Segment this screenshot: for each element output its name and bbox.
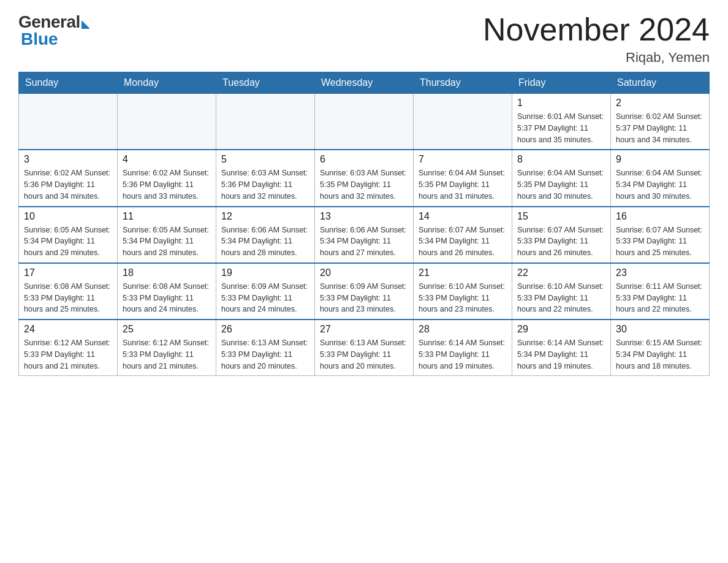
day-info-text: Sunrise: 6:13 AM Sunset: 5:33 PM Dayligh… <box>221 337 309 372</box>
calendar-subtitle: Riqab, Yemen <box>483 50 710 66</box>
day-cell: 26Sunrise: 6:13 AM Sunset: 5:33 PM Dayli… <box>216 320 315 376</box>
day-info-text: Sunrise: 6:12 AM Sunset: 5:33 PM Dayligh… <box>123 337 211 372</box>
day-cell: 1Sunrise: 6:01 AM Sunset: 5:37 PM Daylig… <box>512 94 611 150</box>
day-info-text: Sunrise: 6:13 AM Sunset: 5:33 PM Dayligh… <box>320 337 408 372</box>
day-cell: 14Sunrise: 6:07 AM Sunset: 5:34 PM Dayli… <box>414 207 512 263</box>
day-number: 29 <box>517 324 605 335</box>
day-cell: 15Sunrise: 6:07 AM Sunset: 5:33 PM Dayli… <box>512 207 611 263</box>
day-info-text: Sunrise: 6:11 AM Sunset: 5:33 PM Dayligh… <box>616 281 704 315</box>
day-info-text: Sunrise: 6:09 AM Sunset: 5:33 PM Dayligh… <box>320 281 408 315</box>
day-number: 15 <box>517 211 605 222</box>
calendar-title: November 2024 <box>483 12 710 47</box>
day-info-text: Sunrise: 6:15 AM Sunset: 5:34 PM Dayligh… <box>616 337 704 372</box>
day-number: 22 <box>517 267 605 278</box>
day-cell: 17Sunrise: 6:08 AM Sunset: 5:33 PM Dayli… <box>19 263 118 320</box>
day-number: 3 <box>24 154 112 165</box>
day-cell: 13Sunrise: 6:06 AM Sunset: 5:34 PM Dayli… <box>315 207 414 263</box>
day-cell: 25Sunrise: 6:12 AM Sunset: 5:33 PM Dayli… <box>118 320 216 376</box>
day-info-text: Sunrise: 6:04 AM Sunset: 5:35 PM Dayligh… <box>517 167 605 202</box>
week-row-4: 17Sunrise: 6:08 AM Sunset: 5:33 PM Dayli… <box>19 263 710 320</box>
page-header: General Blue November 2024 Riqab, Yemen <box>18 12 710 66</box>
day-number: 11 <box>123 211 211 222</box>
calendar-header-row: SundayMondayTuesdayWednesdayThursdayFrid… <box>19 72 710 94</box>
day-number: 23 <box>616 267 704 278</box>
day-number: 30 <box>616 324 704 335</box>
day-cell: 5Sunrise: 6:03 AM Sunset: 5:36 PM Daylig… <box>216 150 315 206</box>
day-cell: 21Sunrise: 6:10 AM Sunset: 5:33 PM Dayli… <box>414 263 512 320</box>
day-header-thursday: Thursday <box>414 72 512 94</box>
day-header-friday: Friday <box>512 72 611 94</box>
logo: General Blue <box>18 12 90 49</box>
logo-arrow-icon <box>82 20 90 29</box>
day-cell <box>19 94 118 150</box>
day-info-text: Sunrise: 6:02 AM Sunset: 5:36 PM Dayligh… <box>24 167 112 202</box>
day-number: 21 <box>419 267 507 278</box>
day-number: 25 <box>123 324 211 335</box>
day-info-text: Sunrise: 6:06 AM Sunset: 5:34 PM Dayligh… <box>221 224 309 259</box>
day-cell: 12Sunrise: 6:06 AM Sunset: 5:34 PM Dayli… <box>216 207 315 263</box>
day-number: 27 <box>320 324 408 335</box>
day-number: 5 <box>221 154 309 165</box>
day-number: 4 <box>123 154 211 165</box>
day-info-text: Sunrise: 6:05 AM Sunset: 5:34 PM Dayligh… <box>123 224 211 259</box>
day-number: 16 <box>616 211 704 222</box>
day-number: 6 <box>320 154 408 165</box>
day-cell: 8Sunrise: 6:04 AM Sunset: 5:35 PM Daylig… <box>512 150 611 206</box>
day-number: 19 <box>221 267 309 278</box>
day-cell: 11Sunrise: 6:05 AM Sunset: 5:34 PM Dayli… <box>118 207 216 263</box>
week-row-1: 1Sunrise: 6:01 AM Sunset: 5:37 PM Daylig… <box>19 94 710 150</box>
day-cell: 7Sunrise: 6:04 AM Sunset: 5:35 PM Daylig… <box>414 150 512 206</box>
day-number: 26 <box>221 324 309 335</box>
week-row-3: 10Sunrise: 6:05 AM Sunset: 5:34 PM Dayli… <box>19 207 710 263</box>
day-info-text: Sunrise: 6:14 AM Sunset: 5:34 PM Dayligh… <box>517 337 605 372</box>
day-info-text: Sunrise: 6:07 AM Sunset: 5:33 PM Dayligh… <box>616 224 704 259</box>
day-header-sunday: Sunday <box>19 72 118 94</box>
day-info-text: Sunrise: 6:02 AM Sunset: 5:36 PM Dayligh… <box>123 167 211 202</box>
day-cell <box>118 94 216 150</box>
day-header-saturday: Saturday <box>611 72 710 94</box>
day-cell: 22Sunrise: 6:10 AM Sunset: 5:33 PM Dayli… <box>512 263 611 320</box>
day-number: 13 <box>320 211 408 222</box>
day-number: 2 <box>616 98 704 109</box>
day-info-text: Sunrise: 6:06 AM Sunset: 5:34 PM Dayligh… <box>320 224 408 259</box>
day-info-text: Sunrise: 6:04 AM Sunset: 5:35 PM Dayligh… <box>419 167 507 202</box>
logo-blue-text: Blue <box>21 29 58 49</box>
week-row-2: 3Sunrise: 6:02 AM Sunset: 5:36 PM Daylig… <box>19 150 710 206</box>
day-cell <box>315 94 414 150</box>
day-number: 14 <box>419 211 507 222</box>
day-cell: 28Sunrise: 6:14 AM Sunset: 5:33 PM Dayli… <box>414 320 512 376</box>
day-number: 7 <box>419 154 507 165</box>
day-number: 17 <box>24 267 112 278</box>
day-cell: 18Sunrise: 6:08 AM Sunset: 5:33 PM Dayli… <box>118 263 216 320</box>
day-cell: 4Sunrise: 6:02 AM Sunset: 5:36 PM Daylig… <box>118 150 216 206</box>
title-block: November 2024 Riqab, Yemen <box>483 12 710 66</box>
day-cell: 30Sunrise: 6:15 AM Sunset: 5:34 PM Dayli… <box>611 320 710 376</box>
day-number: 9 <box>616 154 704 165</box>
day-cell <box>414 94 512 150</box>
day-header-wednesday: Wednesday <box>315 72 414 94</box>
day-cell <box>216 94 315 150</box>
day-cell: 24Sunrise: 6:12 AM Sunset: 5:33 PM Dayli… <box>19 320 118 376</box>
day-info-text: Sunrise: 6:03 AM Sunset: 5:35 PM Dayligh… <box>320 167 408 202</box>
day-info-text: Sunrise: 6:07 AM Sunset: 5:33 PM Dayligh… <box>517 224 605 259</box>
day-info-text: Sunrise: 6:04 AM Sunset: 5:34 PM Dayligh… <box>616 167 704 202</box>
day-header-monday: Monday <box>118 72 216 94</box>
day-info-text: Sunrise: 6:12 AM Sunset: 5:33 PM Dayligh… <box>24 337 112 372</box>
day-info-text: Sunrise: 6:02 AM Sunset: 5:37 PM Dayligh… <box>616 111 704 145</box>
day-cell: 19Sunrise: 6:09 AM Sunset: 5:33 PM Dayli… <box>216 263 315 320</box>
day-cell: 10Sunrise: 6:05 AM Sunset: 5:34 PM Dayli… <box>19 207 118 263</box>
week-row-5: 24Sunrise: 6:12 AM Sunset: 5:33 PM Dayli… <box>19 320 710 376</box>
day-number: 24 <box>24 324 112 335</box>
day-info-text: Sunrise: 6:05 AM Sunset: 5:34 PM Dayligh… <box>24 224 112 259</box>
day-number: 10 <box>24 211 112 222</box>
day-info-text: Sunrise: 6:10 AM Sunset: 5:33 PM Dayligh… <box>517 281 605 315</box>
day-cell: 9Sunrise: 6:04 AM Sunset: 5:34 PM Daylig… <box>611 150 710 206</box>
day-number: 28 <box>419 324 507 335</box>
day-info-text: Sunrise: 6:08 AM Sunset: 5:33 PM Dayligh… <box>24 281 112 315</box>
day-number: 20 <box>320 267 408 278</box>
day-cell: 27Sunrise: 6:13 AM Sunset: 5:33 PM Dayli… <box>315 320 414 376</box>
day-number: 18 <box>123 267 211 278</box>
day-info-text: Sunrise: 6:10 AM Sunset: 5:33 PM Dayligh… <box>419 281 507 315</box>
day-cell: 23Sunrise: 6:11 AM Sunset: 5:33 PM Dayli… <box>611 263 710 320</box>
day-cell: 29Sunrise: 6:14 AM Sunset: 5:34 PM Dayli… <box>512 320 611 376</box>
